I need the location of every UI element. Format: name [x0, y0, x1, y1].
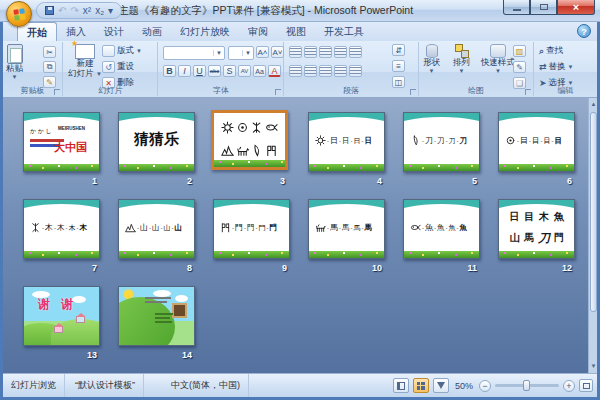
slide-thumbnail-5[interactable]: -刀 -刀 -刀 -刀	[403, 112, 480, 172]
quick-styles-button[interactable]: 快速样式▼	[481, 44, 515, 75]
slide-thumbnail-3-selected[interactable]	[211, 110, 288, 170]
tab-review[interactable]: 审阅	[239, 22, 277, 41]
cut-button[interactable]: ✂	[43, 46, 56, 58]
undo-icon[interactable]: ↶	[58, 6, 66, 16]
slide-thumbnail-11[interactable]: -魚 -魚 -魚 -魚	[403, 199, 480, 259]
vertical-scrollbar[interactable]: ▲ ▼	[588, 98, 597, 373]
zoom-slider[interactable]	[495, 384, 559, 387]
tab-view[interactable]: 视图	[277, 22, 315, 41]
zoom-slider-thumb[interactable]	[523, 380, 530, 391]
scrollbar-thumb[interactable]	[590, 112, 597, 312]
paragraph-dialog-launcher[interactable]	[410, 89, 416, 95]
close-button[interactable]: ×	[557, 0, 595, 15]
group-clipboard: 粘贴▼ ✂ ⧉ ✎ 剪贴板	[3, 42, 63, 96]
align-center-button[interactable]	[304, 65, 317, 77]
slide-thumbnail-8[interactable]: -山 -山 -山 -山	[118, 199, 195, 259]
grow-font-button[interactable]: A˄	[256, 46, 269, 58]
copy-button[interactable]: ⧉	[43, 61, 56, 73]
align-right-button[interactable]	[319, 65, 332, 77]
numbering-button[interactable]	[304, 46, 317, 58]
scroll-down-icon[interactable]: ▼	[589, 360, 597, 373]
layout-button[interactable]: 版式▼	[102, 45, 142, 57]
slide-number: 1	[23, 176, 97, 186]
slide-thumbnail-4[interactable]: -日 -日 -日 -日	[308, 112, 385, 172]
decrease-indent-button[interactable]	[319, 46, 332, 58]
font-name-combo[interactable]: ▼	[163, 46, 225, 60]
slideshow-view-button[interactable]	[433, 378, 449, 393]
language-status[interactable]: 中文(简体，中国)	[163, 374, 249, 397]
maximize-button[interactable]	[530, 0, 557, 15]
tree-pictograph-icon	[250, 121, 263, 134]
reset-button[interactable]: ↺重设	[102, 61, 134, 73]
underline-button[interactable]: U	[193, 65, 206, 77]
italic-button[interactable]: I	[178, 65, 191, 77]
align-text-button[interactable]: ≡	[392, 60, 405, 72]
replace-button[interactable]: ⇄替换▼	[539, 61, 574, 73]
zoom-out-button[interactable]: −	[479, 380, 491, 392]
slide-sorter-pane[interactable]: か か し MEIRUSHEN 大中国 1 猜猜乐 2	[3, 98, 597, 373]
slide-thumbnail-12[interactable]: 日目 木魚 山馬 刀 門	[498, 199, 575, 259]
office-button[interactable]	[6, 1, 32, 27]
clipboard-dialog-launcher[interactable]	[54, 89, 60, 95]
change-case-button[interactable]: Aa	[253, 65, 266, 77]
subscript-icon[interactable]: x₂	[95, 6, 104, 16]
tab-slideshow[interactable]: 幻灯片放映	[171, 22, 239, 41]
align-left-button[interactable]	[289, 65, 302, 77]
drawing-group-label: 绘图	[419, 85, 533, 96]
minimize-button[interactable]	[503, 0, 530, 15]
find-button[interactable]: ⌕查找	[539, 45, 563, 57]
save-icon[interactable]	[45, 6, 54, 15]
design-template-status[interactable]: “默认设计模板”	[67, 374, 144, 397]
shape-outline-button[interactable]: ✎	[513, 61, 526, 73]
strikethrough-button[interactable]: abc	[208, 65, 221, 77]
font-color-button[interactable]: A	[268, 65, 281, 77]
bold-button[interactable]: B	[163, 65, 176, 77]
slide-thumbnail-10[interactable]: -馬 -馬 -馬 -馬	[308, 199, 385, 259]
sun-pictograph-icon	[315, 135, 326, 146]
slide-number: 9	[213, 263, 287, 273]
slide-thumbnail-14[interactable]	[118, 286, 195, 346]
text-shadow-button[interactable]: S	[223, 65, 236, 77]
zoom-in-button[interactable]: +	[563, 380, 575, 392]
slide-number: 7	[23, 263, 97, 273]
arrange-button[interactable]: 排列▼	[453, 44, 470, 75]
sky-graphic	[309, 200, 384, 212]
scroll-up-icon[interactable]: ▲	[589, 98, 597, 111]
normal-view-button[interactable]	[393, 378, 409, 393]
sky-graphic	[119, 113, 194, 125]
character-spacing-button[interactable]: AV	[238, 65, 251, 77]
superscript-icon[interactable]: x²	[83, 6, 91, 16]
paste-button[interactable]: 粘贴▼	[6, 44, 23, 81]
grass-graphic	[404, 164, 479, 171]
slide-thumbnail-6[interactable]: -目 -目 -目 -目	[498, 112, 575, 172]
line-spacing-button[interactable]	[349, 46, 362, 58]
slide-thumbnail-9[interactable]: -門 -門 -門 -門	[213, 199, 290, 259]
slide-sorter-view-button[interactable]	[413, 378, 429, 393]
text-direction-button[interactable]: ⇵	[392, 44, 405, 56]
tab-animations[interactable]: 动画	[133, 22, 171, 41]
justify-button[interactable]	[334, 65, 347, 77]
qat-more-icon[interactable]: ▾	[108, 6, 113, 16]
shrink-font-button[interactable]: A˅	[271, 46, 284, 58]
slide-thumbnail-13[interactable]: 谢 谢	[23, 286, 100, 346]
tab-design[interactable]: 设计	[95, 22, 133, 41]
font-size-combo[interactable]: ▼	[228, 46, 254, 60]
fit-to-window-button[interactable]	[579, 379, 593, 392]
zoom-level-label[interactable]: 50%	[455, 381, 473, 391]
bullets-button[interactable]	[289, 46, 302, 58]
columns-button[interactable]	[349, 65, 362, 77]
increase-indent-button[interactable]	[334, 46, 347, 58]
cartoon-scene-graphic	[119, 287, 194, 345]
tab-developer[interactable]: 开发工具	[315, 22, 373, 41]
slide-thumbnail-1[interactable]: か か し MEIRUSHEN 大中国	[23, 112, 100, 172]
shapes-button[interactable]: 形状▼	[423, 44, 440, 75]
new-slide-button[interactable]: 新建 幻灯片 ▼	[68, 44, 102, 79]
drawing-dialog-launcher[interactable]	[525, 89, 531, 95]
replace-icon: ⇄	[539, 62, 547, 72]
font-dialog-launcher[interactable]	[275, 89, 281, 95]
slide-thumbnail-2[interactable]: 猜猜乐	[118, 112, 195, 172]
slide-thumbnail-7[interactable]: -木 -木 -木 -木	[23, 199, 100, 259]
help-icon[interactable]: ?	[577, 24, 591, 38]
shape-fill-button[interactable]: ▨	[513, 45, 526, 57]
redo-icon[interactable]: ↷	[70, 6, 78, 16]
